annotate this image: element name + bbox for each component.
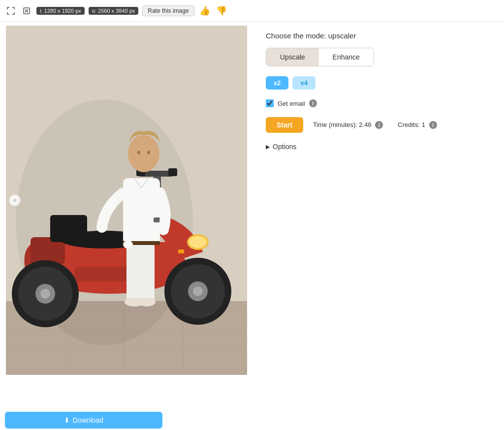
email-row: Get email i	[266, 99, 489, 107]
start-row: Start Time (minutes): 2.46 i Credits: 1 …	[266, 117, 489, 133]
svg-rect-33	[139, 242, 155, 301]
options-arrow-icon: ▶	[266, 144, 270, 150]
enhance-mode-button[interactable]: Enhance	[319, 48, 374, 66]
svg-rect-31	[178, 249, 184, 253]
input-size-badge: i: 1280 x 1920 px	[36, 7, 85, 15]
x4-scale-button[interactable]: x4	[292, 76, 315, 90]
time-info-icon[interactable]: i	[375, 121, 383, 129]
credits-info: Credits: 1 i	[398, 121, 437, 129]
image-panel: ‹	[0, 22, 251, 410]
scene-image	[6, 26, 247, 375]
email-label: Get email	[278, 100, 305, 107]
toolbar: i: 1280 x 1920 px o: 2560 x 3840 px Rate…	[0, 0, 504, 22]
options-label: Options	[273, 143, 296, 151]
upscale-mode-button[interactable]: Upscale	[266, 48, 319, 66]
svg-point-20	[189, 236, 207, 248]
svg-rect-30	[50, 215, 87, 242]
expand-icon[interactable]	[5, 6, 17, 16]
thumbup-button[interactable]: 👍	[198, 5, 211, 16]
download-icon: ⬇	[64, 416, 70, 424]
output-size-badge: o: 2560 x 3840 px	[89, 7, 138, 15]
scale-row: x2 x4	[266, 76, 489, 90]
svg-point-28	[40, 289, 50, 299]
x2-scale-button[interactable]: x2	[266, 76, 288, 90]
image-container: ‹	[6, 26, 247, 375]
options-row[interactable]: ▶ Options	[266, 143, 489, 151]
svg-point-24	[193, 286, 203, 296]
mode-toggle: Upscale Enhance	[266, 48, 374, 66]
email-info-icon[interactable]: i	[309, 99, 317, 107]
svg-point-39	[147, 151, 150, 154]
svg-rect-41	[154, 217, 160, 222]
email-checkbox[interactable]	[266, 99, 274, 107]
svg-point-38	[137, 151, 140, 154]
main-layout: ‹ Choose the mode: upscaler Upscale Enha…	[0, 22, 504, 410]
mode-title: Choose the mode: upscaler	[266, 31, 489, 40]
download-label: Download	[73, 416, 103, 424]
svg-point-35	[138, 298, 156, 307]
bottom-bar: ⬇ Download	[0, 410, 167, 430]
image-nav-left[interactable]: ‹	[9, 194, 21, 206]
svg-point-42	[123, 241, 133, 248]
credits-info-icon[interactable]: i	[429, 121, 437, 129]
svg-point-37	[128, 135, 159, 172]
time-info: Time (minutes): 2.46 i	[313, 121, 383, 129]
start-button[interactable]: Start	[266, 117, 303, 133]
right-panel: Choose the mode: upscaler Upscale Enhanc…	[251, 22, 504, 410]
rate-button[interactable]: Rate this image	[142, 5, 194, 16]
download-button[interactable]: ⬇ Download	[5, 412, 162, 429]
svg-rect-18	[168, 168, 177, 176]
thumbdown-button[interactable]: 👎	[215, 5, 228, 16]
fullscreen-icon[interactable]	[21, 6, 32, 16]
